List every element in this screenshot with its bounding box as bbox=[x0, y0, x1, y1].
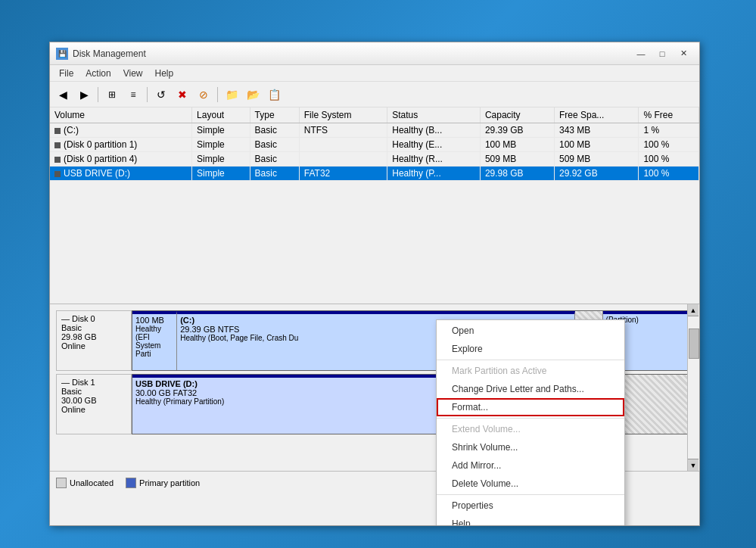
back-button[interactable]: ◀ bbox=[53, 85, 73, 104]
cell-volume: (Disk 0 partition 4) bbox=[50, 152, 192, 167]
ctx-change-drive[interactable]: Change Drive Letter and Paths... bbox=[437, 380, 624, 398]
cell-capacity: 29.98 GB bbox=[480, 167, 554, 181]
volume-table-area[interactable]: Volume Layout Type File System Status Ca… bbox=[50, 107, 699, 304]
cell-pct: 100 % bbox=[639, 167, 699, 181]
titlebar-buttons: — □ ✕ bbox=[631, 46, 693, 61]
delete-button[interactable]: ✖ bbox=[173, 85, 192, 104]
context-menu: Open Explore Mark Partition as Active Ch… bbox=[436, 319, 625, 525]
list-view-button[interactable]: ⊞ bbox=[102, 85, 122, 104]
table-row[interactable]: USB DRIVE (D:) Simple Basic FAT32 Health… bbox=[50, 167, 699, 181]
cell-free: 29.92 GB bbox=[554, 167, 638, 181]
minimize-button[interactable]: — bbox=[631, 46, 651, 61]
disk0-label: — Disk 0 Basic 29.98 GB Online bbox=[56, 310, 132, 371]
ctx-format[interactable]: Format... bbox=[437, 398, 624, 416]
cell-free: 343 MB bbox=[554, 123, 638, 138]
col-pctfree[interactable]: % Free bbox=[639, 107, 699, 123]
col-volume[interactable]: Volume bbox=[50, 107, 192, 123]
toolbar-sep-1 bbox=[98, 87, 98, 102]
ctx-open[interactable]: Open bbox=[437, 322, 624, 340]
titlebar: 💾 Disk Management — □ ✕ bbox=[50, 42, 699, 65]
cell-status: Healthy (P... bbox=[387, 167, 481, 181]
disk0-type: Basic bbox=[61, 323, 126, 332]
disk0-name: — Disk 0 bbox=[61, 314, 126, 323]
cell-capacity: 509 MB bbox=[480, 152, 554, 167]
col-type[interactable]: Type bbox=[250, 107, 299, 123]
cell-fs: FAT32 bbox=[299, 167, 387, 181]
menu-action[interactable]: Action bbox=[79, 67, 117, 80]
cell-layout: Simple bbox=[192, 123, 250, 138]
menu-view[interactable]: View bbox=[117, 67, 149, 80]
ctx-mark-active: Mark Partition as Active bbox=[437, 362, 624, 380]
cell-fs bbox=[299, 152, 387, 167]
cell-fs bbox=[299, 138, 387, 152]
ctx-delete-vol[interactable]: Delete Volume... bbox=[437, 475, 624, 493]
cell-layout: Simple bbox=[192, 152, 250, 167]
ctx-sep-2 bbox=[437, 418, 624, 419]
disk0-size: 29.98 GB bbox=[61, 332, 126, 341]
cell-layout: Simple bbox=[192, 138, 250, 152]
menu-file[interactable]: File bbox=[53, 67, 79, 80]
col-filesystem[interactable]: File System bbox=[299, 107, 387, 123]
cell-type: Basic bbox=[250, 167, 299, 181]
cell-volume: (Disk 0 partition 1) bbox=[50, 138, 192, 152]
cell-free: 100 MB bbox=[554, 138, 638, 152]
ctx-shrink[interactable]: Shrink Volume... bbox=[437, 438, 624, 456]
stop-button[interactable]: ⊘ bbox=[194, 85, 213, 104]
close-button[interactable]: ✕ bbox=[674, 46, 693, 61]
table-row[interactable]: (C:) Simple Basic NTFS Healthy (B... 29.… bbox=[50, 123, 699, 138]
table-row[interactable]: (Disk 0 partition 1) Simple Basic Health… bbox=[50, 138, 699, 152]
table-row[interactable]: (Disk 0 partition 4) Simple Basic Health… bbox=[50, 152, 699, 167]
legend-primary-label: Primary partition bbox=[139, 478, 200, 487]
cell-free: 509 MB bbox=[554, 152, 638, 167]
cell-volume: (C:) bbox=[50, 123, 192, 138]
col-layout[interactable]: Layout bbox=[192, 107, 250, 123]
menubar: File Action View Help bbox=[50, 65, 699, 82]
detail-view-button[interactable]: ≡ bbox=[123, 85, 143, 104]
app-icon: 💾 bbox=[56, 48, 68, 60]
ctx-properties[interactable]: Properties bbox=[437, 497, 624, 515]
cell-type: Basic bbox=[250, 123, 299, 138]
legend-unallocated: Unallocated bbox=[56, 478, 114, 488]
scrollbar-thumb[interactable] bbox=[689, 328, 699, 359]
toolbar-sep-2 bbox=[147, 87, 148, 102]
col-status[interactable]: Status bbox=[387, 107, 481, 123]
disk1-label: — Disk 1 Basic 30.00 GB Online bbox=[56, 374, 132, 434]
cell-capacity: 100 MB bbox=[480, 138, 554, 152]
toolbar: ◀ ▶ ⊞ ≡ ↺ ✖ ⊘ 📁 📂 📋 bbox=[50, 82, 699, 107]
ctx-help[interactable]: Help bbox=[437, 515, 624, 525]
col-freespace[interactable]: Free Spa... bbox=[554, 107, 638, 123]
window-title: Disk Management bbox=[73, 48, 631, 59]
ctx-add-mirror[interactable]: Add Mirror... bbox=[437, 456, 624, 475]
cell-pct: 100 % bbox=[639, 138, 699, 152]
cell-fs: NTFS bbox=[299, 123, 387, 138]
volume-table: Volume Layout Type File System Status Ca… bbox=[50, 107, 699, 181]
disk1-status: Online bbox=[61, 405, 126, 414]
cell-type: Basic bbox=[250, 152, 299, 167]
open-folder-button[interactable]: 📂 bbox=[243, 85, 263, 104]
legend-unallocated-box bbox=[56, 478, 67, 488]
cell-volume: USB DRIVE (D:) bbox=[50, 167, 192, 181]
disk0-status: Online bbox=[61, 341, 126, 350]
forward-button[interactable]: ▶ bbox=[74, 85, 94, 104]
toolbar-sep-3 bbox=[217, 87, 218, 102]
ctx-extend: Extend Volume... bbox=[437, 420, 624, 438]
content-area: Volume Layout Type File System Status Ca… bbox=[50, 107, 699, 525]
maximize-button[interactable]: □ bbox=[652, 46, 672, 61]
cell-status: Healthy (E... bbox=[387, 138, 481, 152]
diskmap-scrollbar[interactable]: ▲ ▼ bbox=[687, 304, 699, 471]
menu-help[interactable]: Help bbox=[149, 67, 180, 80]
cell-status: Healthy (R... bbox=[387, 152, 481, 167]
legend-unallocated-label: Unallocated bbox=[70, 478, 114, 487]
cell-pct: 100 % bbox=[639, 152, 699, 167]
disk0-part1[interactable]: 100 MB Healthy (EFI System Parti bbox=[132, 311, 177, 370]
cell-capacity: 29.39 GB bbox=[480, 123, 554, 138]
ctx-sep-3 bbox=[437, 494, 624, 495]
cell-layout: Simple bbox=[192, 167, 250, 181]
col-capacity[interactable]: Capacity bbox=[480, 107, 554, 123]
refresh-button[interactable]: ↺ bbox=[151, 85, 171, 104]
clipboard-button[interactable]: 📋 bbox=[264, 85, 284, 104]
cell-pct: 1 % bbox=[639, 123, 699, 138]
disk1-type: Basic bbox=[61, 387, 126, 396]
folder-button[interactable]: 📁 bbox=[222, 85, 241, 104]
ctx-explore[interactable]: Explore bbox=[437, 340, 624, 358]
